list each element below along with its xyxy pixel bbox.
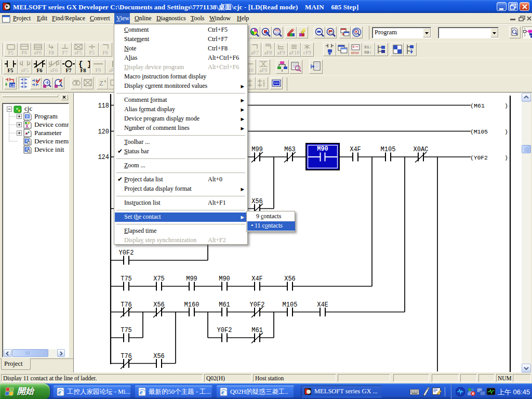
svg-text:Y0F2: Y0F2 (119, 249, 134, 257)
svg-text:M105: M105 (381, 146, 396, 153)
svg-text:Device init: Device init (34, 145, 64, 153)
svg-text:Y0F2: Y0F2 (217, 327, 232, 334)
svg-text:): ) (504, 128, 508, 135)
svg-text:e: e (221, 388, 224, 396)
svg-text:X75: X75 (153, 275, 165, 283)
svg-text:M160: M160 (184, 301, 200, 309)
svg-text:T75: T75 (121, 327, 132, 334)
svg-text:e: e (58, 388, 61, 396)
svg-text:M99: M99 (251, 146, 263, 153)
svg-text:e: e (140, 388, 143, 396)
svg-text:Device comn: Device comn (34, 121, 69, 128)
svg-text:{ }: { } (78, 60, 90, 68)
svg-text:M61: M61 (219, 301, 230, 309)
svg-text:error: error (351, 51, 359, 55)
svg-text:(M61: (M61 (470, 102, 485, 109)
svg-text:M90: M90 (219, 275, 230, 283)
svg-text:Z: Z (99, 79, 103, 87)
svg-text:X56: X56 (284, 275, 296, 283)
svg-text:M105: M105 (283, 301, 298, 309)
svg-text:124: 124 (98, 154, 109, 161)
svg-text:X56: X56 (153, 353, 165, 360)
svg-text:M63: M63 (284, 146, 296, 153)
svg-text:): ) (504, 154, 508, 161)
svg-text:X0AC: X0AC (414, 146, 429, 153)
svg-text:X56: X56 (153, 301, 165, 309)
svg-text:S1↓: S1↓ (364, 45, 371, 49)
svg-text:(M105: (M105 (470, 128, 488, 135)
svg-text:X56: X56 (251, 198, 263, 205)
svg-text:M61: M61 (251, 327, 263, 334)
svg-text:LD: LD (10, 83, 16, 88)
svg-text:Program: Program (34, 112, 58, 120)
svg-text:120: 120 (98, 128, 109, 136)
svg-text:): ) (504, 102, 508, 109)
svg-text:X4F: X4F (251, 275, 263, 283)
svg-text:T75: T75 (121, 275, 132, 283)
svg-text:X4E: X4E (317, 301, 328, 309)
svg-text:Device memo: Device memo (34, 137, 69, 145)
svg-text:123: 123 (275, 31, 280, 34)
svg-text:(Y0F2: (Y0F2 (470, 154, 488, 161)
svg-text:Y0F2: Y0F2 (250, 301, 265, 309)
svg-text:M99: M99 (186, 275, 197, 283)
svg-text:cjc: cjc (24, 104, 32, 112)
svg-text:T76: T76 (121, 353, 132, 360)
svg-text:M90: M90 (317, 145, 328, 153)
svg-text:X4F: X4F (350, 146, 361, 153)
svg-text:Parameter: Parameter (34, 129, 62, 137)
svg-text:S9↓: S9↓ (364, 50, 371, 55)
svg-text:118: 118 (98, 102, 109, 110)
svg-text:T76: T76 (121, 301, 132, 309)
